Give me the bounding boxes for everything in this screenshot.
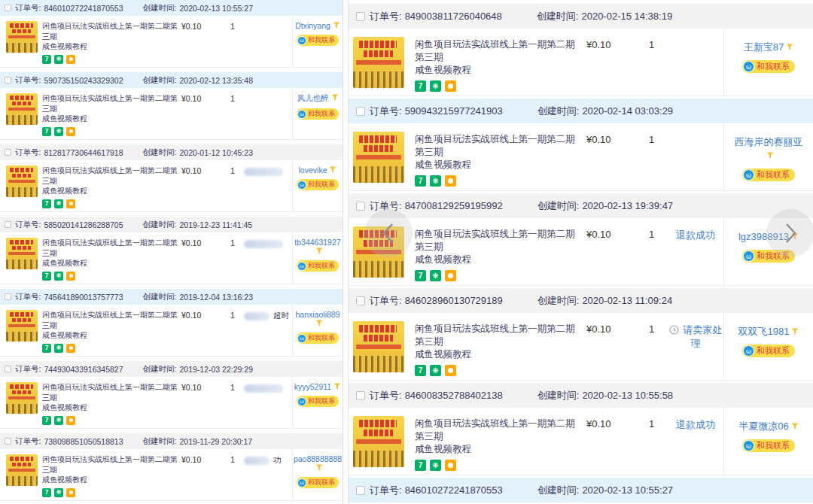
product-thumbnail[interactable] — [353, 321, 404, 372]
buyer-name-text[interactable]: 西海岸的赛丽亚 — [735, 136, 803, 147]
buyer-name[interactable]: pao88888888 — [293, 454, 343, 472]
contact-me-badge[interactable]: ω 和我联系 — [742, 439, 795, 452]
order-quantity: 1 — [649, 39, 654, 50]
funnel-filter-icon[interactable] — [786, 44, 793, 51]
product-thumbnail[interactable] — [353, 37, 404, 88]
product-title[interactable]: 闲鱼项目玩法实战班线上第一期第二期第三期 咸鱼视频教程 — [415, 228, 577, 266]
contact-me-label: 和我联系 — [757, 440, 790, 451]
buyer-name[interactable]: Dtxinyang — [293, 21, 343, 30]
funnel-filter-icon[interactable] — [315, 247, 323, 255]
buyer-column: kyyy52911 ω 和我联系 — [292, 377, 343, 428]
product-title[interactable]: 闲鱼项目玩法实战班线上第一期第二期第三期 咸鱼视频教程 — [415, 133, 577, 172]
buyer-column: 王新宝87 ω 和我联系 — [723, 29, 813, 96]
order-checkbox[interactable] — [5, 77, 11, 83]
buyer-name[interactable]: 半夏微凉06 — [724, 420, 813, 433]
blurred-status — [244, 384, 283, 393]
buyer-name-text[interactable]: lovevike — [299, 165, 327, 175]
order-checkbox[interactable] — [356, 202, 365, 211]
buyer-name[interactable]: 王新宝87 — [724, 41, 813, 54]
order-checkbox[interactable] — [356, 486, 365, 495]
funnel-filter-icon[interactable] — [329, 166, 336, 174]
order-checkbox[interactable] — [5, 438, 11, 445]
order-number-value: 846008352788402138 — [405, 390, 503, 401]
product-title-line2: 咸鱼视频教程 — [42, 259, 87, 267]
product-title[interactable]: 闲鱼项目玩法实战班线上第一期第二期第三期 咸鱼视频教程 — [42, 382, 182, 413]
contact-me-badge[interactable]: ω 和我联系 — [742, 345, 795, 357]
product-title[interactable]: 闲鱼项目玩法实战班线上第一期第二期第三期 咸鱼视频教程 — [42, 238, 182, 269]
funnel-filter-icon[interactable] — [791, 423, 799, 430]
product-title[interactable]: 闲鱼项目玩法实战班线上第一期第二期第三期 咸鱼视频教程 — [42, 454, 182, 485]
buyer-name[interactable]: 风儿也醉 — [293, 93, 343, 104]
order-checkbox[interactable] — [5, 221, 11, 228]
buyer-name-text[interactable]: hanxiaoli889 — [296, 310, 340, 319]
thumbnail-art — [12, 463, 30, 466]
carousel-prev-button[interactable] — [364, 209, 413, 257]
contact-me-badge[interactable]: ω 和我联系 — [297, 179, 339, 190]
order-checkbox[interactable] — [5, 293, 11, 300]
contact-me-badge[interactable]: ω 和我联系 — [297, 35, 339, 46]
product-thumbnail[interactable] — [6, 93, 38, 125]
product-title[interactable]: 闲鱼项目玩法实战班线上第一期第二期第三期 咸鱼视频教程 — [42, 165, 182, 196]
product-title[interactable]: 闲鱼项目玩法实战班线上第一期第二期第三期 咸鱼视频教程 — [42, 21, 182, 52]
contact-me-badge[interactable]: ω 和我联系 — [297, 260, 339, 272]
service-badges: 7 ❋ — [415, 365, 577, 376]
product-thumbnail[interactable] — [6, 310, 38, 342]
contact-me-label: 和我联系 — [757, 169, 790, 181]
order-checkbox[interactable] — [356, 107, 365, 116]
buyer-name[interactable]: tb344631927 — [293, 238, 343, 256]
order-checkbox[interactable] — [356, 12, 365, 21]
contact-me-badge[interactable]: ω 和我联系 — [742, 60, 795, 73]
funnel-filter-icon[interactable] — [766, 152, 774, 159]
funnel-filter-icon[interactable] — [331, 94, 339, 102]
order-checkbox[interactable] — [5, 366, 11, 372]
product-thumbnail[interactable] — [6, 238, 38, 269]
product-thumbnail[interactable] — [6, 454, 38, 486]
product-title[interactable]: 闲鱼项目玩法实战班线上第一期第二期第三期 咸鱼视频教程 — [415, 323, 577, 361]
product-title[interactable]: 闲鱼项目玩法实战班线上第一期第二期第三期 咸鱼视频教程 — [415, 38, 577, 77]
created-time-value: 2020-02-13 10:55:27 — [582, 484, 673, 496]
thumbnail-art — [12, 246, 30, 250]
buyer-name[interactable]: 双双飞1981 — [724, 325, 813, 339]
product-title[interactable]: 闲鱼项目玩法实战班线上第一期第二期第三期 咸鱼视频教程 — [415, 417, 577, 456]
funnel-filter-icon[interactable] — [791, 328, 799, 335]
product-thumbnail[interactable] — [353, 416, 404, 467]
buyer-name-text[interactable]: 半夏微凉06 — [738, 421, 788, 432]
seven-day-return-icon: 7 — [42, 127, 51, 136]
product-thumbnail[interactable] — [353, 132, 404, 183]
funnel-filter-icon[interactable] — [315, 464, 323, 472]
buyer-name[interactable]: kyyy52911 — [293, 382, 343, 391]
buyer-name[interactable]: lovevike — [293, 165, 343, 175]
contact-me-badge[interactable]: ω 和我联系 — [297, 477, 339, 488]
order-card: 订单号: 590735150243329302 创建时间: 2020-02-12… — [0, 72, 343, 140]
buyer-name[interactable]: hanxiaoli889 — [293, 310, 343, 328]
contact-me-badge[interactable]: ω 和我联系 — [297, 396, 339, 407]
buyer-name-text[interactable]: tb344631927 — [294, 238, 340, 247]
order-checkbox[interactable] — [356, 391, 365, 400]
contact-me-badge[interactable]: ω 和我联系 — [297, 108, 339, 120]
product-title[interactable]: 闲鱼项目玩法实战班线上第一期第二期第三期 咸鱼视频教程 — [42, 310, 182, 341]
buyer-name-text[interactable]: 双双飞1981 — [738, 326, 790, 337]
product-thumbnail[interactable] — [6, 21, 38, 53]
buyer-name-text[interactable]: pao88888888 — [294, 454, 342, 463]
thumbnail-art — [6, 115, 38, 125]
product-title[interactable]: 闲鱼项目玩法实战班线上第一期第二期第三期 咸鱼视频教程 — [42, 93, 182, 124]
order-header: 订单号: 812817730644617918 创建时间: 2020-01-12… — [0, 144, 343, 160]
order-checkbox[interactable] — [356, 296, 365, 305]
buyer-name-text[interactable]: kyyy52911 — [294, 382, 331, 391]
contact-me-badge[interactable]: ω 和我联系 — [742, 169, 795, 181]
contact-me-badge[interactable]: ω 和我联系 — [297, 332, 339, 344]
order-number-label: 订单号: — [370, 105, 402, 118]
funnel-filter-icon[interactable] — [333, 383, 341, 390]
thumbnail-art — [364, 145, 393, 151]
carousel-next-button[interactable] — [766, 209, 813, 257]
funnel-filter-icon[interactable] — [315, 320, 323, 327]
buyer-name[interactable]: 西海岸的赛丽亚 — [724, 135, 813, 162]
funnel-filter-icon[interactable] — [333, 22, 340, 29]
product-thumbnail[interactable] — [6, 165, 38, 197]
order-checkbox[interactable] — [5, 149, 11, 156]
order-checkbox[interactable] — [5, 5, 11, 11]
buyer-name-text[interactable]: Dtxinyang — [295, 21, 330, 30]
product-thumbnail[interactable] — [6, 382, 38, 414]
buyer-name-text[interactable]: 王新宝87 — [744, 41, 784, 53]
buyer-name-text[interactable]: 风儿也醉 — [297, 93, 329, 102]
